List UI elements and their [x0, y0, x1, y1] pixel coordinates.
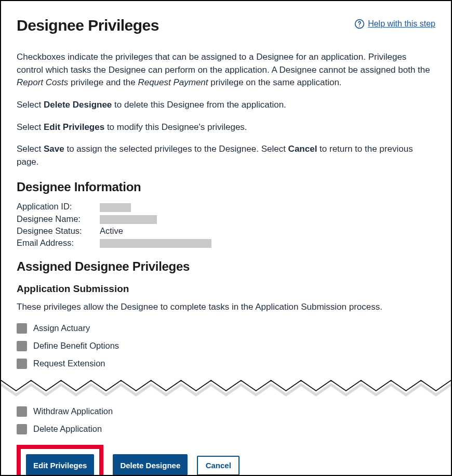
designee-info-grid: Application ID: Designee Name: Designee …	[17, 202, 435, 247]
intro-text: Select	[17, 144, 44, 154]
checkbox[interactable]	[17, 359, 27, 369]
cancel-button[interactable]: Cancel	[197, 456, 240, 475]
privilege-item: Assign Actuary	[17, 323, 435, 334]
value-designee-status: Active	[100, 226, 435, 236]
privilege-label: Request Extension	[33, 359, 105, 368]
help-link[interactable]: Help with this step	[354, 19, 435, 29]
privilege-label: Withdraw Application	[33, 406, 113, 416]
privileges-heading: Assigned Designee Privileges	[17, 259, 435, 274]
checkbox[interactable]	[17, 424, 27, 434]
label-application-id: Application ID:	[17, 202, 100, 211]
content-break-zigzag	[1, 376, 451, 399]
delete-designee-button[interactable]: Delete Designee	[113, 454, 188, 476]
privileges-list-top: Assign Actuary Define Benefit Options Re…	[17, 323, 435, 369]
privilege-label: Delete Application	[33, 424, 102, 434]
intro-text: Checkboxes indicate the privileges that …	[17, 52, 430, 75]
value-designee-name	[100, 214, 435, 224]
redacted-value	[100, 239, 211, 248]
intro-text: Select	[17, 100, 44, 110]
page-title: Designee Privileges	[17, 17, 159, 34]
help-link-label: Help with this step	[368, 19, 435, 29]
checkbox[interactable]	[17, 341, 27, 351]
intro-text: to delete this Designee from the applica…	[112, 100, 286, 110]
intro-text: privilege on the same application.	[208, 77, 342, 87]
privilege-item: Request Extension	[17, 359, 435, 369]
label-designee-name: Designee Name:	[17, 214, 100, 224]
intro-strong: Edit Privileges	[44, 122, 104, 132]
help-icon	[354, 19, 365, 29]
privilege-item: Delete Application	[17, 424, 435, 434]
privileges-group-title: Application Submission	[17, 283, 435, 295]
value-email-address	[100, 238, 435, 248]
privilege-item: Withdraw Application	[17, 406, 435, 417]
intro-strong: Delete Designee	[44, 100, 112, 110]
intro-strong: Save	[44, 144, 64, 154]
intro-text: to assign the selected privileges to the…	[64, 144, 288, 154]
privileges-group-desc: These privileges allow the Designee to c…	[17, 301, 435, 314]
intro-paragraph-2: Select Delete Designee to delete this De…	[17, 99, 435, 112]
intro-paragraph-4: Select Save to assign the selected privi…	[17, 143, 435, 168]
intro-text: privilege and the	[68, 77, 138, 87]
intro-text: to modify this Designee's privileges.	[104, 122, 247, 132]
value-application-id	[100, 202, 435, 211]
redacted-value	[100, 215, 157, 224]
privilege-label: Assign Actuary	[33, 323, 90, 333]
intro-text: Select	[17, 122, 44, 132]
intro-em: Request Payment	[138, 77, 208, 87]
page-container: Designee Privileges Help with this step …	[0, 0, 452, 476]
intro-paragraph-3: Select Edit Privileges to modify this De…	[17, 121, 435, 134]
designee-info-heading: Designee Information	[17, 180, 435, 194]
redacted-value	[100, 203, 131, 212]
svg-point-1	[359, 25, 360, 27]
label-email-address: Email Address:	[17, 238, 100, 248]
checkbox[interactable]	[17, 406, 27, 417]
privileges-list-bottom: Withdraw Application Delete Application	[17, 406, 435, 434]
intro-strong: Cancel	[288, 144, 317, 154]
edit-privileges-button[interactable]: Edit Privileges	[26, 454, 94, 476]
intro-em: Report Costs	[17, 77, 68, 87]
checkbox[interactable]	[17, 323, 27, 334]
action-button-row: Edit Privileges Delete Designee Cancel	[17, 445, 435, 476]
intro-paragraph-1: Checkboxes indicate the privileges that …	[17, 51, 435, 89]
privilege-item: Define Benefit Options	[17, 341, 435, 351]
highlight-box: Edit Privileges	[17, 445, 103, 476]
page-header: Designee Privileges Help with this step	[17, 14, 435, 47]
privilege-label: Define Benefit Options	[33, 341, 119, 351]
label-designee-status: Designee Status:	[17, 226, 100, 236]
